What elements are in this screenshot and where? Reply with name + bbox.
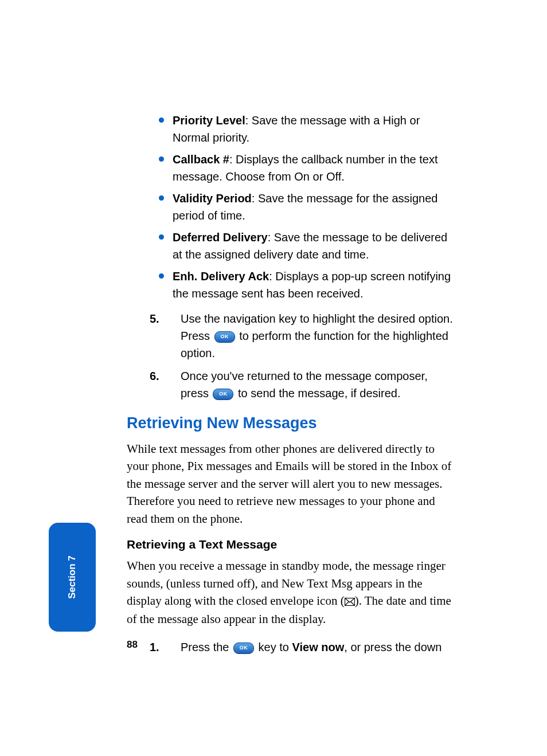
bullet-term: Callback # <box>173 153 229 166</box>
section-tab-label: Section 7 <box>67 555 78 599</box>
body-paragraph: While text messages from other phones ar… <box>127 440 454 527</box>
step-number: 5. <box>150 310 159 327</box>
ok-key-icon <box>213 389 233 400</box>
bullet-term: Validity Period <box>173 192 252 205</box>
body-paragraph: When you receive a message in standby mo… <box>127 557 454 628</box>
sub-heading: Retrieving a Text Message <box>127 538 454 551</box>
document-page: { "bullets": [ {"term": "Priority Level"… <box>0 0 547 756</box>
page-number: 88 <box>127 639 138 651</box>
ok-key-icon <box>214 331 235 343</box>
step-item: 1.Press the key to View now, or press th… <box>150 639 454 656</box>
step-text: , or press the down <box>344 641 441 653</box>
step-text: key to <box>255 641 292 653</box>
bullet-list: Priority Level: Save the message with a … <box>159 112 454 302</box>
section-heading: Retrieving New Messages <box>127 414 454 432</box>
step-bold: View now <box>292 641 345 653</box>
bullet-item: Deferred Delivery: Save the message to b… <box>159 229 454 263</box>
section-tab: Section 7 <box>49 523 96 632</box>
step-item: 5.Use the navigation key to highlight th… <box>150 310 454 362</box>
bullet-item: Callback #: Displays the callback number… <box>159 151 454 185</box>
step-text: Press the <box>181 641 232 653</box>
bullet-item: Priority Level: Save the message with a … <box>159 112 454 146</box>
envelope-icon <box>345 593 355 610</box>
numbered-steps: 5.Use the navigation key to highlight th… <box>150 310 454 402</box>
page-content: Priority Level: Save the message with a … <box>127 112 454 656</box>
numbered-steps: 1.Press the key to View now, or press th… <box>150 639 454 656</box>
ok-key-icon <box>233 643 254 654</box>
step-number: 6. <box>150 367 159 385</box>
step-number: 1. <box>150 639 159 656</box>
bullet-item: Validity Period: Save the message for th… <box>159 190 454 224</box>
bullet-term: Priority Level <box>173 114 245 127</box>
bullet-item: Enh. Delivery Ack: Displays a pop-up scr… <box>159 268 454 302</box>
bullet-term: Deferred Delivery <box>173 231 268 244</box>
step-item: 6.Once you've returned to the message co… <box>150 367 454 402</box>
bullet-term: Enh. Delivery Ack <box>173 270 269 283</box>
step-text-after: to send the message, if desired. <box>235 387 400 399</box>
